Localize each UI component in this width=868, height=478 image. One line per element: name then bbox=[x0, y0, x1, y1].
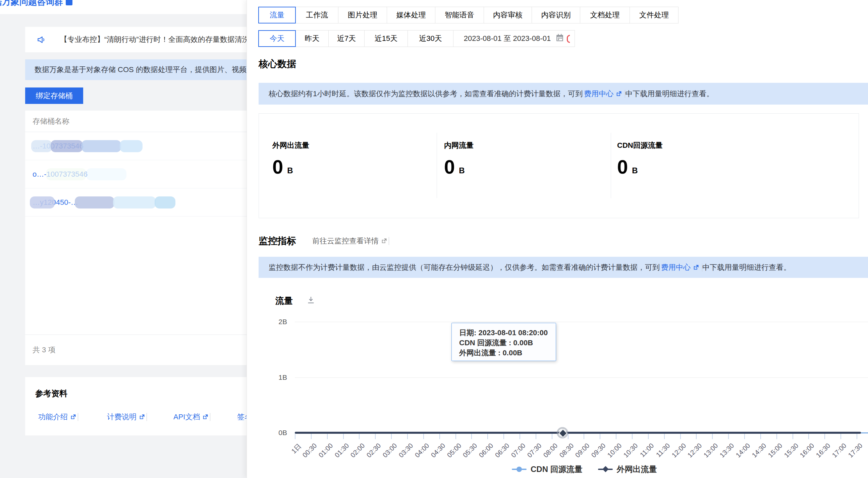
cloud-monitor-label: 前往云监控查看详情 bbox=[312, 236, 379, 246]
chart-title: 流量 bbox=[275, 295, 293, 307]
redaction-blur bbox=[86, 168, 126, 180]
cloud-monitor-link[interactable]: 前往云监控查看详情 bbox=[312, 236, 389, 246]
core-data-notice: 核心数据约有1小时时延。该数据仅作为监控数据以供参考，如需查看准确的计费计量数据… bbox=[258, 83, 868, 104]
x-tick bbox=[728, 434, 729, 439]
date-filter-今天[interactable]: 今天 bbox=[258, 30, 296, 47]
billing-center-link[interactable]: 费用中心 bbox=[584, 89, 622, 99]
redaction-blur bbox=[155, 196, 176, 209]
announcement-bar: 【专业布控】“清朗行动”进行时！全面高效的存量数据清洗，低至 bbox=[25, 27, 247, 52]
x-tick bbox=[776, 434, 777, 439]
redaction-blur bbox=[31, 140, 52, 152]
x-tick bbox=[648, 434, 649, 439]
reference-link-功能介绍[interactable]: 功能介绍 bbox=[38, 412, 78, 422]
reference-link-label: API文档 bbox=[174, 412, 200, 422]
monitor-notice: 监控数据不作为计费计量数据，由云监控提供（可能存在分钟级延迟），仅供参考。如需查… bbox=[258, 257, 868, 278]
megaphone-icon bbox=[37, 35, 46, 44]
gridline-2b bbox=[295, 322, 868, 322]
metric-unit: B bbox=[632, 166, 638, 175]
x-tick bbox=[632, 434, 632, 439]
external-link-icon bbox=[138, 414, 145, 420]
monitor-notice-text: 监控数据不作为计费计量数据，由云监控提供（可能存在分钟级延迟），仅供参考。如需查… bbox=[269, 262, 660, 273]
x-tick bbox=[536, 434, 536, 439]
x-tick bbox=[616, 434, 616, 439]
core-notice-text: 核心数据约有1小时时延。该数据仅作为监控数据以供参考，如需查看准确的计费计量数据… bbox=[269, 89, 583, 99]
x-tick bbox=[407, 434, 408, 439]
divider bbox=[389, 237, 389, 245]
tab-媒体处理[interactable]: 媒体处理 bbox=[387, 7, 435, 24]
date-filter-近30天[interactable]: 近30天 bbox=[407, 30, 454, 47]
tab-内容识别[interactable]: 内容识别 bbox=[532, 7, 580, 24]
x-tick bbox=[471, 434, 472, 439]
product-intro-banner: 数据万象是基于对象存储 COS 的数据处理平台，提供图片、视频、文档等 bbox=[25, 59, 247, 80]
product-intro-text: 数据万象是基于对象存储 COS 的数据处理平台，提供图片、视频、文档等 bbox=[35, 65, 247, 75]
metric-label: CDN回源流量 bbox=[617, 140, 663, 151]
metric-divider bbox=[437, 133, 437, 198]
external-link-icon bbox=[202, 414, 209, 420]
x-tick bbox=[584, 434, 584, 439]
redaction-blur bbox=[75, 196, 114, 209]
x-tick bbox=[793, 434, 793, 439]
divider bbox=[78, 413, 78, 421]
bucket-count: 共 3 项 bbox=[25, 334, 247, 365]
billing-center-link[interactable]: 费用中心 bbox=[661, 262, 699, 273]
legend-label-cdn: CDN 回源流量 bbox=[531, 464, 583, 475]
date-filter-昨天[interactable]: 昨天 bbox=[296, 30, 329, 47]
metric-number: 0 bbox=[444, 157, 455, 177]
x-tick bbox=[744, 434, 745, 439]
bind-bucket-button[interactable]: 绑定存储桶 bbox=[25, 88, 83, 104]
metric-divider bbox=[611, 133, 611, 198]
tooltip-date: 日期: 2023-08-01 08:20:00 bbox=[459, 328, 556, 338]
legend-item-wan[interactable]: 外网出流量 bbox=[598, 464, 657, 475]
x-tick bbox=[311, 434, 312, 439]
red-cursor-mark bbox=[567, 35, 570, 43]
chart-tooltip: 日期: 2023-08-01 08:20:00 CDN 回源流量 : 0.00B… bbox=[452, 323, 556, 361]
core-notice-text-post: 中下载用量明细进行查看。 bbox=[625, 89, 714, 99]
x-tick bbox=[520, 434, 520, 439]
tab-内容审核[interactable]: 内容审核 bbox=[484, 7, 532, 24]
metric-label: 外网出流量 bbox=[272, 140, 309, 151]
x-tick bbox=[664, 434, 665, 439]
tab-文档处理[interactable]: 文档处理 bbox=[580, 7, 630, 24]
legend-item-cdn[interactable]: CDN 回源流量 bbox=[512, 464, 583, 475]
x-tick bbox=[680, 434, 681, 439]
date-filter-group: 今天昨天近7天近15天近30天2023-08-01 至 2023-08-01 bbox=[258, 30, 575, 47]
metric-number: 0 bbox=[617, 157, 628, 177]
date-range-picker[interactable]: 2023-08-01 至 2023-08-01 bbox=[453, 30, 575, 47]
reference-link-API文档[interactable]: API文档 bbox=[174, 412, 210, 422]
tab-工作流[interactable]: 工作流 bbox=[296, 7, 338, 24]
x-tick bbox=[503, 434, 504, 439]
tab-智能语音[interactable]: 智能语音 bbox=[435, 7, 484, 24]
table-row: …y120450-… bbox=[25, 188, 247, 217]
download-icon[interactable] bbox=[307, 296, 315, 306]
x-tick bbox=[439, 434, 440, 439]
x-tick bbox=[343, 434, 344, 439]
tooltip-wan-value: 外网出流量 : 0.00B bbox=[459, 348, 556, 358]
metric-unit: B bbox=[287, 166, 293, 175]
qq-group-link[interactable]: 数据万象问题咨询群 bbox=[0, 0, 72, 8]
reference-links: 功能介绍计费说明API文档签名 bbox=[25, 412, 247, 422]
date-filter-近7天[interactable]: 近7天 bbox=[328, 30, 365, 47]
x-tick bbox=[487, 434, 488, 439]
monitor-title: 监控指标 bbox=[258, 235, 296, 247]
reference-link-label: 功能介绍 bbox=[38, 412, 68, 422]
x-tick bbox=[423, 434, 424, 439]
table-row: o…-1007373546 bbox=[25, 160, 247, 188]
tab-图片处理[interactable]: 图片处理 bbox=[338, 7, 387, 24]
legend-diamond-icon bbox=[598, 469, 613, 470]
chart-legend: CDN 回源流量 外网出流量 bbox=[512, 464, 673, 475]
tab-文件处理[interactable]: 文件处理 bbox=[629, 7, 679, 24]
date-filter-近15天[interactable]: 近15天 bbox=[364, 30, 408, 47]
x-tick bbox=[840, 434, 841, 439]
metric-number: 0 bbox=[272, 157, 283, 177]
announcement-text[interactable]: 【专业布控】“清朗行动”进行时！全面高效的存量数据清洗，低至 bbox=[60, 34, 247, 44]
metric-unit: B bbox=[459, 166, 465, 175]
reference-link-签名[interactable]: 签名 bbox=[237, 412, 247, 422]
billing-center-label: 费用中心 bbox=[661, 262, 690, 273]
reference-link-计费说明[interactable]: 计费说明 bbox=[107, 412, 147, 422]
x-tick bbox=[825, 434, 825, 439]
bucket-table-header: 存储桶名称 bbox=[25, 110, 247, 132]
legend-line-icon bbox=[512, 469, 527, 470]
tab-流量[interactable]: 流量 bbox=[258, 7, 296, 24]
metric-value: 0B bbox=[272, 157, 293, 177]
x-tick bbox=[359, 434, 360, 439]
